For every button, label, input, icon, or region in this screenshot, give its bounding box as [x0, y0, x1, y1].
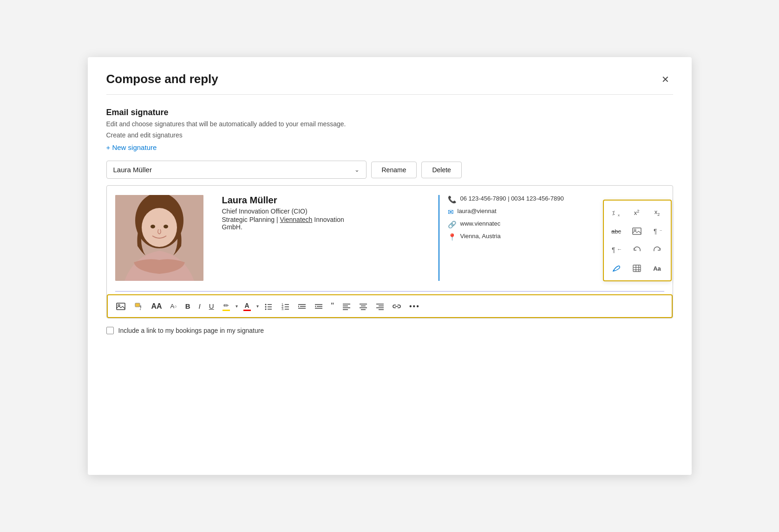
- bookings-checkbox[interactable]: [106, 327, 114, 334]
- selected-signature: Laura Müller: [113, 166, 152, 174]
- svg-point-3: [151, 225, 155, 228]
- bookings-checkbox-row: Include a link to my bookings page in my…: [106, 327, 673, 334]
- font-button[interactable]: Aa: [648, 260, 666, 277]
- svg-text:3.: 3.: [281, 307, 284, 310]
- svg-rect-7: [633, 228, 641, 234]
- font-size-decrease-button[interactable]: A○: [168, 300, 180, 312]
- signature-dropdown[interactable]: Laura Müller ⌄: [106, 161, 367, 179]
- bold-button[interactable]: B: [183, 300, 193, 312]
- signature-separator: [115, 291, 664, 292]
- draw-button[interactable]: [608, 260, 625, 277]
- sig-company-line1: Strategic Planning | Viennatech Innovati…: [222, 216, 439, 223]
- phone-icon: 📞: [448, 195, 457, 204]
- dialog-header: Compose and reply ✕: [106, 72, 673, 95]
- svg-text:¶: ¶: [612, 246, 615, 253]
- dialog-title: Compose and reply: [106, 72, 218, 86]
- signature-photo: [115, 195, 203, 281]
- section-title: Email signature: [106, 108, 673, 117]
- insert-image-tb-button[interactable]: [113, 300, 128, 313]
- highlight-button[interactable]: ✏: [220, 299, 233, 313]
- font-color-dropdown-icon[interactable]: ▾: [256, 304, 259, 309]
- email-address: laura@viennat: [458, 208, 497, 214]
- align-center-button[interactable]: [356, 300, 370, 312]
- signature-controls: Laura Müller ⌄ Rename Delete: [106, 161, 673, 179]
- italic-button[interactable]: I: [196, 300, 203, 312]
- rename-button[interactable]: Rename: [371, 162, 417, 178]
- create-label: Create and edit signatures: [106, 131, 673, 139]
- table-button[interactable]: [628, 260, 646, 277]
- link-icon: 🔗: [448, 221, 457, 229]
- highlight-dropdown-icon[interactable]: ▾: [236, 304, 238, 309]
- undo-button[interactable]: [628, 241, 646, 258]
- svg-text:←: ←: [617, 246, 621, 253]
- outdent-tb-button[interactable]: [295, 300, 309, 312]
- svg-text:x: x: [618, 213, 620, 217]
- paragraph-direction-button[interactable]: ¶→: [648, 223, 666, 240]
- website-url: www.viennatec: [460, 220, 501, 227]
- font-size-increase-button[interactable]: AA: [149, 300, 165, 313]
- format-subscript-button[interactable]: ⁒x: [608, 204, 625, 221]
- underline-button[interactable]: U: [206, 300, 217, 312]
- quote-button[interactable]: ": [328, 299, 337, 313]
- indent-tb-button[interactable]: [312, 300, 326, 312]
- location-text: Vienna, Austria: [460, 233, 501, 240]
- more-button[interactable]: •••: [406, 300, 423, 313]
- sig-name: Laura Müller: [222, 195, 439, 206]
- delete-button[interactable]: Delete: [421, 162, 461, 178]
- outdent-button[interactable]: ¶←: [608, 241, 625, 258]
- signature-content: Laura Müller Chief Innovation Officer (C…: [107, 186, 673, 288]
- svg-text:¶: ¶: [654, 227, 657, 235]
- bookings-label: Include a link to my bookings page in my…: [118, 327, 264, 334]
- format-painter-button[interactable]: [131, 300, 146, 313]
- email-icon: ✉: [448, 208, 454, 216]
- chevron-down-icon: ⌄: [354, 166, 360, 173]
- close-button[interactable]: ✕: [658, 72, 673, 87]
- new-signature-label: + New signature: [106, 143, 157, 151]
- floating-toolbar: ⁒x x2 x2 abc ¶→: [603, 200, 672, 281]
- bottom-toolbar: AA A○ B I U ✏ ▾ A ▾: [107, 294, 673, 318]
- phone-number: 06 123-456-7890 | 0034 123-456-7890: [460, 195, 564, 202]
- insert-image-button[interactable]: [628, 223, 646, 240]
- align-left-button[interactable]: [340, 300, 353, 312]
- align-right-button[interactable]: [373, 300, 387, 312]
- signature-photo-area: [115, 195, 208, 281]
- superscript-button[interactable]: x2: [628, 204, 646, 221]
- svg-point-26: [265, 308, 266, 310]
- link-button[interactable]: [390, 300, 404, 312]
- svg-rect-20: [135, 303, 140, 307]
- sig-title: Chief Innovation Officer (CIO): [222, 208, 439, 215]
- signature-editor[interactable]: Laura Müller Chief Innovation Officer (C…: [106, 185, 673, 318]
- sig-company-text1: Strategic Planning | Viennatech Innovati…: [222, 216, 344, 223]
- compose-reply-dialog: Compose and reply ✕ Email signature Edit…: [88, 57, 692, 475]
- svg-point-24: [265, 306, 266, 307]
- svg-rect-13: [633, 265, 641, 272]
- bullets-button[interactable]: [262, 300, 275, 312]
- strikethrough-button[interactable]: abc: [608, 223, 625, 240]
- sig-company-underline: Viennatech: [280, 216, 313, 223]
- signature-identity: Laura Müller Chief Innovation Officer (C…: [217, 195, 439, 281]
- font-color-button[interactable]: A: [241, 299, 254, 313]
- svg-point-2: [142, 208, 177, 247]
- subscript-button[interactable]: x2: [648, 204, 666, 221]
- numbering-button[interactable]: 1.2.3.: [278, 300, 292, 312]
- svg-text:→: →: [659, 227, 662, 234]
- svg-point-22: [265, 304, 266, 305]
- new-signature-link[interactable]: + New signature: [106, 143, 157, 151]
- section-description: Edit and choose signatures that will be …: [106, 120, 673, 128]
- svg-text:⁒: ⁒: [612, 210, 615, 216]
- redo-button[interactable]: [648, 241, 666, 258]
- svg-point-4: [164, 225, 168, 228]
- location-icon: 📍: [448, 233, 457, 241]
- svg-rect-18: [117, 303, 125, 310]
- sig-company-line2: GmbH.: [222, 223, 439, 231]
